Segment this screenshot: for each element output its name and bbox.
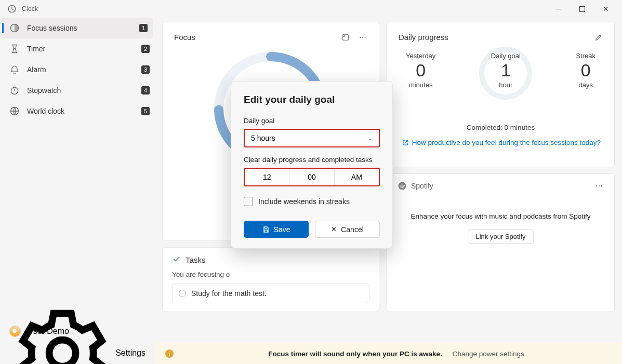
include-weekends-label: Include weekends in streaks xyxy=(258,197,350,206)
svg-rect-5 xyxy=(343,34,349,40)
sidebar-item-settings[interactable]: Settings xyxy=(0,342,155,364)
edit-icon[interactable] xyxy=(594,33,603,42)
sidebar-item-label: Stopwatch xyxy=(27,86,141,95)
spotify-title: Spotify xyxy=(411,182,433,190)
include-weekends-row[interactable]: Include weekends in streaks xyxy=(244,197,380,206)
modal-title: Edit your daily goal xyxy=(244,94,380,105)
sidebar-item-label: World clock xyxy=(27,107,141,115)
stat-daily-goal: Daily goal 1 hour xyxy=(477,52,534,102)
edit-daily-goal-dialog: Edit your daily goal Daily goal 5 hours … xyxy=(231,81,393,249)
daily-progress-card: Daily progress Yesterday 0 minutes xyxy=(387,22,615,167)
svg-point-2 xyxy=(11,87,18,94)
sidebar-item-label: Timer xyxy=(27,45,141,53)
avatar xyxy=(9,326,21,337)
sidebar-item-timer[interactable]: Timer 2 xyxy=(0,38,155,59)
clock-app-icon xyxy=(7,4,17,14)
tasks-title: Tasks xyxy=(186,255,205,264)
window-close-button[interactable]: ✕ xyxy=(594,1,618,17)
window-maximize-button[interactable] xyxy=(570,1,594,17)
sidebar-badge: 5 xyxy=(141,107,150,115)
sidebar-item-stopwatch[interactable]: Stopwatch 4 xyxy=(0,80,155,101)
focus-title: Focus xyxy=(174,33,195,42)
svg-point-4 xyxy=(49,340,76,364)
sidebar-item-label: Focus sessions xyxy=(27,24,139,32)
sidebar-item-focus-sessions[interactable]: Focus sessions 1 xyxy=(2,18,153,38)
timer-icon xyxy=(9,44,20,54)
change-power-settings-link[interactable]: Change power settings xyxy=(453,350,524,358)
more-icon[interactable]: ⋯ xyxy=(359,33,367,42)
window-controls: ✕ xyxy=(546,1,618,17)
completed-text: Completed: 0 minutes xyxy=(399,124,603,131)
progress-title: Daily progress xyxy=(399,33,448,42)
focus-sessions-icon xyxy=(9,23,20,33)
tasks-icon xyxy=(172,255,181,264)
sidebar: Focus sessions 1 Timer 2 Alarm 3 Stopwat… xyxy=(0,18,155,364)
warning-bar: i Focus timer will sound only when your … xyxy=(155,343,622,364)
settings-label: Settings xyxy=(115,348,145,358)
title-bar: Clock ✕ xyxy=(0,0,622,18)
clear-time-picker[interactable]: 12 00 AM xyxy=(244,168,380,186)
time-ampm[interactable]: AM xyxy=(335,169,379,185)
sidebar-badge: 2 xyxy=(141,45,150,53)
task-row[interactable]: Study for the math test. xyxy=(172,284,369,303)
cancel-button[interactable]: ✕ Cancel xyxy=(315,221,380,238)
task-label: Study for the math test. xyxy=(191,289,267,298)
sidebar-item-label: Alarm xyxy=(27,65,141,74)
time-hour[interactable]: 12 xyxy=(245,169,289,185)
save-button[interactable]: Save xyxy=(244,221,309,238)
spotify-card: Spotify ⋯ Enhance your focus with music … xyxy=(387,173,615,313)
spotify-desc: Enhance your focus with music and podcas… xyxy=(398,212,604,220)
time-minute[interactable]: 00 xyxy=(289,169,334,185)
close-icon: ✕ xyxy=(331,225,337,233)
expand-icon[interactable] xyxy=(341,33,350,42)
feedback-link[interactable]: How productive do you feel during the fo… xyxy=(399,139,603,146)
save-icon xyxy=(262,226,270,233)
task-checkbox[interactable] xyxy=(179,290,186,297)
more-icon[interactable]: ⋯ xyxy=(595,182,604,190)
window-minimize-button[interactable] xyxy=(546,1,570,17)
gear-icon xyxy=(9,300,115,364)
include-weekends-checkbox[interactable] xyxy=(244,197,253,206)
daily-goal-value: 5 hours xyxy=(251,134,275,142)
sidebar-item-world-clock[interactable]: World clock 5 xyxy=(0,101,155,122)
tasks-subtitle: You are focusing o xyxy=(172,271,369,278)
chevron-down-icon: ⌄ xyxy=(368,135,373,142)
daily-goal-label: Daily goal xyxy=(244,117,380,125)
stat-yesterday: Yesterday 0 minutes xyxy=(406,52,435,102)
alarm-icon xyxy=(9,64,20,75)
warning-icon: i xyxy=(165,349,174,358)
sidebar-badge: 3 xyxy=(141,65,150,74)
feedback-icon xyxy=(402,139,409,146)
daily-goal-select[interactable]: 5 hours ⌄ xyxy=(244,129,380,147)
tasks-card: Tasks You are focusing o Study for the m… xyxy=(162,247,379,312)
stat-streak: Streak 0 days xyxy=(576,52,595,102)
link-spotify-button[interactable]: Link your Spotify xyxy=(468,230,533,244)
stopwatch-icon xyxy=(9,85,20,96)
world-clock-icon xyxy=(9,106,20,116)
sidebar-item-alarm[interactable]: Alarm 3 xyxy=(0,59,155,80)
warning-message: Focus timer will sound only when your PC… xyxy=(268,350,442,358)
clear-progress-label: Clear daily progress and completed tasks xyxy=(244,156,380,164)
sidebar-badge: 4 xyxy=(141,86,150,95)
sidebar-badge: 1 xyxy=(139,24,148,32)
app-title: Clock xyxy=(22,5,38,12)
spotify-icon xyxy=(398,181,407,191)
